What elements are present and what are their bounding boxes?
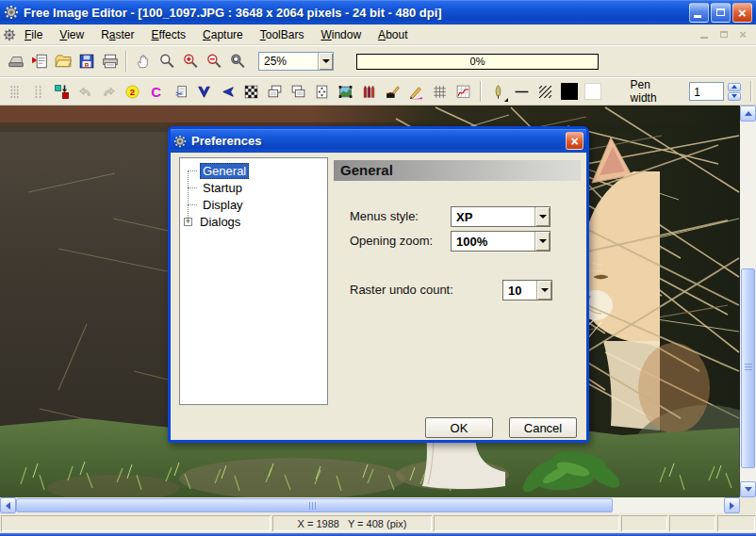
chevron-down-icon (745, 487, 752, 492)
new-image-button[interactable] (27, 49, 51, 73)
vertical-scrollbar[interactable] (740, 106, 756, 497)
row-guides-button[interactable] (27, 80, 49, 103)
zoom-special-button[interactable] (225, 49, 249, 73)
flip-vertical-button[interactable] (193, 80, 215, 103)
send-backward-icon (290, 84, 306, 100)
pen-width-down-button[interactable] (728, 92, 741, 101)
chevron-up-icon (731, 85, 737, 89)
dialog-title: Preferences (191, 134, 566, 148)
scroll-right-button[interactable] (724, 497, 740, 513)
mdi-close-button[interactable]: × (735, 28, 750, 41)
menu-toolbars[interactable]: ToolBars (252, 25, 313, 44)
redo-button[interactable] (98, 80, 120, 103)
histogram-button[interactable] (452, 80, 474, 103)
column-guides-button[interactable] (4, 80, 25, 103)
horizontal-scrollbar[interactable] (0, 497, 740, 513)
grid-button[interactable] (429, 80, 451, 103)
opening-zoom-dropdown-button[interactable] (534, 232, 550, 251)
print-button[interactable] (98, 49, 122, 73)
zoom-in-button[interactable] (178, 49, 202, 73)
zoom-tool-button[interactable] (155, 49, 178, 73)
scan-button[interactable] (4, 49, 27, 73)
pen-width-up-button[interactable] (728, 83, 741, 91)
menu-about[interactable]: About (370, 25, 416, 44)
save-button[interactable]: R (74, 49, 98, 73)
cancel-button[interactable]: Cancel (509, 417, 577, 438)
restore-icon (716, 8, 725, 16)
tree-item-dialogs[interactable]: +Dialogs (180, 213, 327, 230)
color-swap-button[interactable] (51, 80, 73, 103)
open-button[interactable] (51, 49, 74, 73)
scroll-down-button[interactable] (740, 481, 756, 497)
flip-horizontal-button[interactable] (217, 80, 238, 103)
resize-canvas-button[interactable] (311, 80, 333, 103)
rotate-180-button[interactable]: 2 (122, 80, 143, 103)
status-panel-empty (434, 515, 619, 531)
save-icon: R (78, 53, 95, 70)
dialog-close-button[interactable]: × (566, 132, 583, 150)
vertical-scrollbar-thumb[interactable] (741, 268, 755, 468)
close-icon: × (570, 135, 578, 148)
restore-button[interactable] (711, 3, 731, 23)
foreground-color-button[interactable] (558, 80, 580, 103)
toolbar-separator (750, 81, 752, 102)
crayons-icon (361, 84, 377, 100)
tree-connector (188, 204, 197, 205)
chevron-down-icon (731, 94, 737, 98)
menu-raster[interactable]: Raster (92, 25, 142, 44)
menu-view[interactable]: View (51, 25, 92, 44)
chevron-down-icon (539, 215, 547, 219)
dialog-gear-icon (173, 135, 187, 148)
status-panel-empty (621, 515, 667, 531)
menus-style-dropdown-button[interactable] (534, 207, 550, 226)
pen-width-input[interactable]: 1 (689, 82, 724, 101)
minimize-button[interactable] (689, 3, 709, 23)
mdi-restore-button[interactable] (716, 28, 731, 41)
menus-style-combo[interactable]: XP (451, 206, 551, 227)
hand-tool-button[interactable] (131, 49, 155, 73)
tree-item-display[interactable]: Display (180, 196, 327, 213)
scrollbar-corner (740, 497, 756, 513)
zoom-level-combo[interactable]: 25% (258, 52, 334, 71)
raster-undo-dropdown-button[interactable] (536, 281, 551, 300)
bring-forward-button[interactable] (264, 80, 286, 103)
line-style-button[interactable] (511, 80, 533, 103)
expand-icon[interactable]: + (184, 218, 192, 226)
hatch-fill-button[interactable] (534, 80, 556, 103)
scan-icon (8, 53, 25, 70)
scroll-left-button[interactable] (0, 497, 16, 513)
status-coordinates: X = 1988 Y = 408 (pix) (272, 515, 432, 531)
tree-item-startup[interactable]: Startup (180, 179, 327, 196)
menu-window[interactable]: Window (312, 25, 370, 44)
flip-horizontal-icon (220, 84, 236, 100)
draw-pencil-button[interactable] (405, 80, 427, 103)
hatch-fill-icon (537, 84, 553, 100)
menu-file[interactable]: File (16, 25, 51, 44)
color-picker-button[interactable] (382, 80, 403, 103)
zoom-out-button[interactable] (202, 49, 225, 73)
image-frame-button[interactable] (335, 80, 356, 103)
pen-style-button[interactable] (487, 80, 509, 103)
horizontal-scrollbar-thumb[interactable] (16, 498, 613, 512)
close-button[interactable]: × (732, 3, 752, 23)
mdi-minimize-button[interactable] (698, 28, 713, 41)
undo-button[interactable] (74, 80, 96, 103)
cut-region-button[interactable]: ✂ (169, 80, 190, 103)
send-backward-button[interactable] (288, 80, 309, 103)
progress-bar: 0% (356, 54, 599, 70)
tree-item-general[interactable]: General (180, 162, 327, 179)
background-color-button[interactable] (583, 80, 604, 103)
zoom-combo-dropdown-button[interactable] (318, 53, 333, 70)
rotate-c-icon: C (148, 84, 164, 100)
crayons-button[interactable] (358, 80, 380, 103)
dither-pattern-button[interactable] (240, 80, 262, 103)
chevron-down-icon (541, 288, 549, 292)
raster-undo-count-combo[interactable]: 10 (502, 280, 552, 300)
ok-button[interactable]: OK (425, 417, 493, 438)
scroll-up-button[interactable] (740, 106, 756, 122)
rotate-c-button[interactable]: C (145, 80, 167, 103)
menu-capture[interactable]: Capture (194, 25, 252, 44)
menu-effects[interactable]: Effects (143, 25, 194, 44)
opening-zoom-combo[interactable]: 100% (451, 231, 551, 252)
rotate-180-icon: 2 (124, 84, 140, 100)
